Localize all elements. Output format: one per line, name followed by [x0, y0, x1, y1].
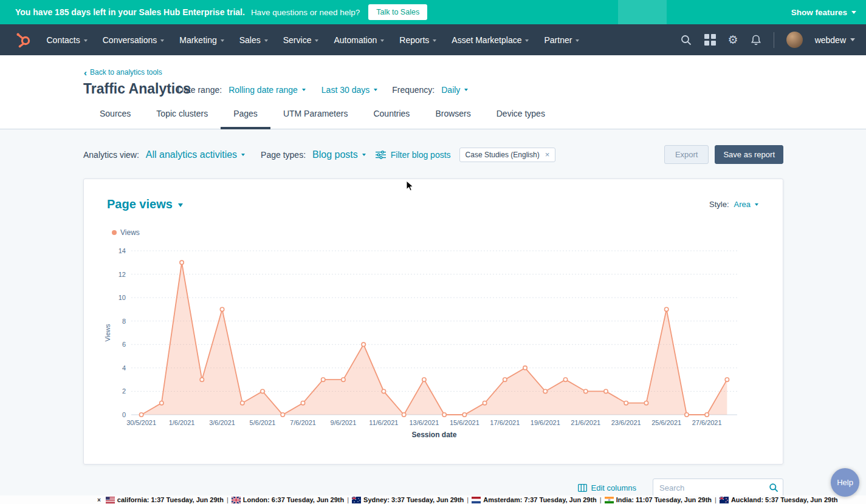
clock-label: India: 11:07 Tuesday, Jun 29th: [616, 496, 712, 503]
chart-title: Page views: [107, 197, 173, 211]
tab-countries[interactable]: Countries: [360, 109, 422, 129]
date-range-value-dropdown[interactable]: Last 30 days: [321, 85, 377, 95]
hubspot-logo[interactable]: [15, 32, 32, 48]
sprocket-icon: [15, 32, 32, 48]
world-clock-item: california: 1:37 Tuesday, Jun 29th: [106, 496, 224, 503]
close-icon[interactable]: ×: [97, 497, 101, 503]
nav-right: ⚙ webdew: [680, 32, 855, 48]
account-menu[interactable]: webdew: [815, 35, 855, 45]
svg-text:3/6/2021: 3/6/2021: [209, 419, 235, 426]
style-dropdown[interactable]: Area: [734, 200, 758, 209]
world-clock-item: Auckland: 5:37 Tuesday, Jun 29th: [720, 496, 838, 503]
export-button[interactable]: Export: [664, 145, 709, 164]
search-icon[interactable]: [680, 34, 692, 46]
date-range-label: Date range:: [177, 85, 222, 95]
nav-menu: ContactsConversationsMarketingSalesServi…: [39, 24, 587, 55]
nav-item-partner[interactable]: Partner: [537, 24, 587, 55]
clock-label: Sydney: 3:37 Tuesday, Jun 29th: [363, 496, 464, 503]
clock-label: california: 1:37 Tuesday, Jun 29th: [117, 496, 224, 503]
tab-sources[interactable]: Sources: [87, 109, 143, 129]
tab-utm-parameters[interactable]: UTM Parameters: [270, 109, 361, 129]
filter-tag-label: Case Studies (English): [466, 151, 540, 159]
banner-help-text: Have questions or need help?: [251, 8, 360, 17]
username: webdew: [815, 35, 846, 45]
analytics-tabs: SourcesTopic clustersPagesUTM Parameters…: [87, 109, 558, 129]
nav-item-automation[interactable]: Automation: [326, 24, 392, 55]
clock-separator: |: [715, 496, 717, 503]
chevron-down-icon: [221, 39, 224, 42]
save-as-report-button[interactable]: Save as report: [715, 145, 783, 164]
svg-text:Session date: Session date: [411, 431, 456, 439]
show-features-button[interactable]: Show features: [791, 8, 856, 17]
page-types-label: Page types:: [261, 150, 306, 160]
nl-flag-icon: [472, 497, 481, 503]
search-input[interactable]: [653, 478, 783, 497]
main-nav: ContactsConversationsMarketingSalesServi…: [0, 24, 866, 55]
clock-separator: |: [467, 496, 469, 503]
page-header: ‹ Back to analytics tools Traffic Analyt…: [0, 55, 866, 129]
back-to-analytics-link[interactable]: ‹ Back to analytics tools: [84, 68, 162, 77]
frequency-dropdown[interactable]: Daily: [441, 85, 468, 95]
filter-sliders-icon[interactable]: [376, 151, 386, 159]
frequency-label: Frequency:: [392, 85, 435, 95]
settings-icon[interactable]: ⚙: [728, 34, 738, 46]
analytics-view-dropdown[interactable]: All analytics activities: [146, 149, 245, 160]
nav-item-reports[interactable]: Reports: [392, 24, 444, 55]
clock-label: London: 6:37 Tuesday, Jun 29th: [243, 496, 344, 503]
nav-item-marketing[interactable]: Marketing: [172, 24, 232, 55]
help-button[interactable]: Help: [831, 468, 859, 497]
world-clock-item: Sydney: 3:37 Tuesday, Jun 29th: [352, 496, 464, 503]
nav-item-label: Partner: [544, 35, 572, 45]
svg-text:25/6/2021: 25/6/2021: [651, 419, 681, 426]
in-flag-icon: [605, 497, 614, 503]
date-range-value: Last 30 days: [321, 85, 369, 95]
nav-item-asset-marketplace[interactable]: Asset Marketplace: [444, 24, 537, 55]
chevron-down-icon: [84, 39, 88, 42]
svg-text:4: 4: [122, 364, 126, 372]
show-features-label: Show features: [791, 8, 847, 17]
talk-to-sales-button[interactable]: Talk to Sales: [368, 4, 427, 20]
us-flag-icon: [106, 497, 115, 503]
nav-item-conversations[interactable]: Conversations: [95, 24, 172, 55]
edit-columns-label: Edit columns: [591, 483, 636, 492]
chevron-down-icon: [241, 154, 245, 156]
nz-flag-icon: [720, 497, 729, 503]
nav-item-sales[interactable]: Sales: [232, 24, 275, 55]
tab-browsers[interactable]: Browsers: [422, 109, 483, 129]
page-views-area-chart[interactable]: 0246810121430/5/20211/6/20213/6/20215/6/…: [102, 240, 761, 440]
notifications-icon[interactable]: [751, 34, 761, 46]
search-submit-icon[interactable]: [769, 483, 778, 492]
page-types-dropdown[interactable]: Blog posts: [312, 149, 366, 160]
page-views-card: Page views Style: Area Views 02468101214…: [83, 179, 783, 465]
edit-columns-button[interactable]: Edit columns: [578, 483, 636, 492]
filter-tag: Case Studies (English) ×: [459, 148, 556, 162]
nav-divider: [774, 32, 774, 48]
date-range-type-dropdown[interactable]: Rolling date range: [229, 85, 306, 95]
nav-item-label: Marketing: [179, 35, 216, 45]
avatar[interactable]: [786, 32, 803, 48]
svg-text:15/6/2021: 15/6/2021: [450, 419, 479, 426]
filter-blog-posts-link[interactable]: Filter blog posts: [391, 150, 451, 160]
svg-text:21/6/2021: 21/6/2021: [571, 419, 600, 426]
trial-countdown-text: You have 185 days left in your Sales Hub…: [15, 7, 245, 17]
legend-item-views[interactable]: Views: [112, 228, 140, 237]
chevron-down-icon: [525, 39, 529, 42]
svg-text:27/6/2021: 27/6/2021: [692, 419, 722, 426]
tab-topic-clusters[interactable]: Topic clusters: [143, 109, 221, 129]
remove-filter-icon[interactable]: ×: [545, 152, 550, 158]
tab-device-types[interactable]: Device types: [484, 109, 558, 129]
nav-item-label: Automation: [334, 35, 377, 45]
marketplace-icon[interactable]: [704, 34, 716, 46]
chart-title-dropdown[interactable]: Page views: [107, 197, 183, 211]
svg-text:8: 8: [122, 318, 126, 325]
chevron-down-icon: [178, 203, 183, 207]
clock-label: Amsterdam: 7:37 Tuesday, Jun 29th: [483, 496, 597, 503]
svg-text:9/6/2021: 9/6/2021: [331, 419, 357, 426]
nav-item-service[interactable]: Service: [275, 24, 326, 55]
table-toolbar: Edit columns: [83, 478, 783, 497]
svg-text:7/6/2021: 7/6/2021: [290, 419, 316, 426]
nav-item-contacts[interactable]: Contacts: [39, 24, 95, 55]
tab-pages[interactable]: Pages: [221, 109, 270, 129]
chevron-down-icon: [362, 154, 366, 156]
table-columns-icon: [578, 484, 587, 492]
